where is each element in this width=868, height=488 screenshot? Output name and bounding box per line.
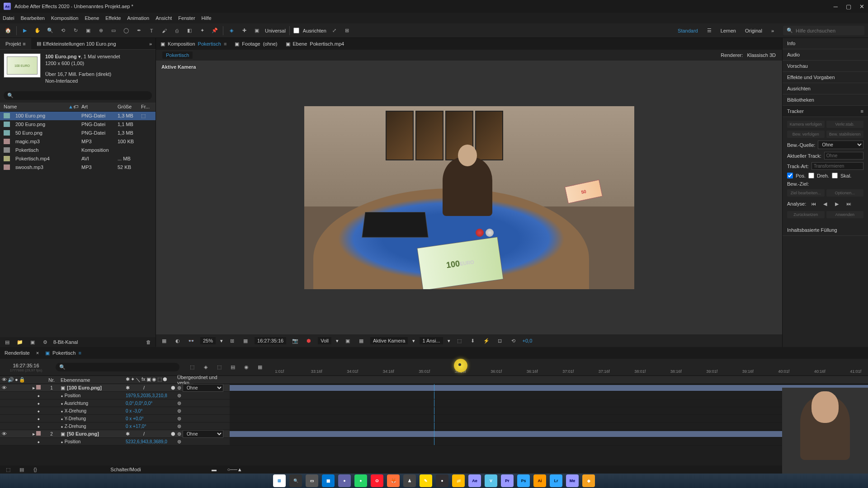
close-button[interactable]: ✕	[859, 3, 864, 10]
pen-tool[interactable]: ✒	[134, 26, 143, 35]
ellipse-tool[interactable]: ◯	[122, 26, 131, 35]
comp-tab[interactable]: ▣ Ebene Pokertisch.mp4	[286, 41, 344, 47]
toggle-modes-icon[interactable]: ▤	[17, 465, 26, 474]
draft-icon[interactable]: ⬇	[468, 336, 477, 345]
rotate-tool[interactable]: ↻	[71, 26, 80, 35]
apply-button[interactable]: Anwenden	[826, 211, 864, 218]
exposure-value[interactable]: +0,0	[523, 338, 533, 343]
hide-shy-icon[interactable]: ⬚	[215, 363, 224, 372]
taskbar-opera[interactable]: O	[371, 474, 383, 487]
graph-editor-icon[interactable]: ▦	[255, 363, 264, 372]
viewport[interactable]: Aktive Kamera 100EURO 50	[156, 61, 782, 334]
fast-preview-icon[interactable]: ⚡	[482, 336, 491, 345]
analyze-back-icon[interactable]: ◀	[821, 199, 830, 208]
audio-switch-icon[interactable]: 🔊	[8, 377, 14, 383]
edit-target-button[interactable]: Ziel bearbeiten...	[787, 189, 825, 197]
interpret-footage-icon[interactable]: ▤	[3, 338, 12, 347]
taskbar-misc[interactable]: ◆	[582, 474, 595, 487]
menu-hilfe[interactable]: Hilfe	[202, 15, 212, 21]
motion-blur-icon[interactable]: ◉	[242, 363, 251, 372]
stabilize-motion-button[interactable]: Bew. stabilisieren	[826, 131, 864, 138]
toggle-switches-icon[interactable]: ⬚	[4, 465, 13, 474]
expand-icon[interactable]: {}	[31, 465, 40, 474]
panel-section[interactable]: Audio	[783, 49, 868, 61]
roi-icon[interactable]: ▣	[343, 336, 352, 345]
taskbar-notes[interactable]: ✎	[420, 474, 432, 487]
tracker-header[interactable]: Tracker≡	[783, 106, 868, 117]
bpc-icon[interactable]: ⚙	[41, 338, 50, 347]
help-search-input[interactable]	[796, 28, 861, 33]
asset-search[interactable]: 🔍	[4, 91, 152, 100]
comp-mini-flowchart-icon[interactable]: ⬚	[188, 363, 197, 372]
panel-section[interactable]: Ausrichten	[783, 83, 868, 94]
menu-fenster[interactable]: Fenster	[178, 15, 195, 21]
analyze-fwd-icon[interactable]: ▶	[832, 199, 841, 208]
menu-bearbeiten[interactable]: Bearbeiten	[21, 15, 45, 21]
layer-header[interactable]: 👁▸2▣ [50 Euro.png]✱/⬢⊚ Ohne	[0, 430, 868, 438]
property-row[interactable]: ⬥⬥ Position1979,5,2035,3,210,8⊚	[0, 392, 868, 399]
help-search[interactable]: 🔍	[783, 26, 864, 35]
taskbar-me[interactable]: Me	[566, 474, 579, 487]
label-column-icon[interactable]: 🏷	[73, 104, 81, 109]
roto-tool[interactable]: ✦	[198, 26, 207, 35]
resolution-selector[interactable]: Voll	[318, 337, 331, 344]
menu-ansicht[interactable]: Ansicht	[156, 15, 172, 21]
time-ruler[interactable]: 1:01f33:16f34:01f34:16f35:01f35:16f36:01…	[269, 359, 868, 375]
world-axis-icon[interactable]: ✚	[240, 26, 249, 35]
brush-tool[interactable]: 🖌	[160, 26, 169, 35]
comp-tab[interactable]: ▣ Footage (ohne)	[235, 41, 277, 47]
3d-icon[interactable]: ⬚	[455, 336, 464, 345]
guides-icon[interactable]: ▦	[241, 336, 250, 345]
taskbar-obs[interactable]: ●	[436, 474, 448, 487]
menu-ebene[interactable]: Ebene	[85, 15, 99, 21]
track-motion-button[interactable]: Bew. verfolgen	[787, 131, 825, 138]
effect-settings-tab[interactable]: ▤ Effekteinstellungen 100 Euro.png	[31, 38, 122, 49]
taskbar-firefox[interactable]: 🦊	[387, 474, 400, 487]
views-selector[interactable]: 1 Ansi...	[420, 337, 443, 344]
video-switch-icon[interactable]: 👁	[2, 377, 7, 383]
text-tool[interactable]: T	[147, 26, 156, 35]
playhead[interactable]	[454, 359, 467, 372]
comp-tab[interactable]: ▣ Komposition Pokertisch ≡	[160, 41, 226, 47]
lernen-tab[interactable]: Lernen	[721, 28, 736, 33]
local-axis-icon[interactable]: ◈	[227, 26, 236, 35]
hand-tool[interactable]: ✋	[33, 26, 42, 35]
asset-row[interactable]: swoosh.mp3MP352 KB	[0, 163, 156, 172]
minimize-button[interactable]: ─	[834, 3, 838, 10]
workspace-selector[interactable]: Standard	[678, 28, 698, 33]
renderer-display[interactable]: Renderer: Klassisch 3D	[721, 52, 776, 58]
reset-button[interactable]: Zurücksetzen	[787, 211, 825, 218]
pan-behind-tool[interactable]: ⊕	[96, 26, 105, 35]
channel-icon[interactable]: ⬢	[304, 336, 313, 345]
rect-tool[interactable]: ▭	[109, 26, 118, 35]
camera-selector[interactable]: Aktive Kamera	[370, 337, 408, 344]
taskbar-whatsapp[interactable]: ●	[354, 474, 367, 487]
layer-header[interactable]: 👁▸1▣ [100 Euro.png]✱/⬢⊚ Ohne	[0, 384, 868, 392]
panel-menu-icon[interactable]: ≡	[861, 108, 863, 114]
flowchart-icon[interactable]: ⟲	[509, 336, 518, 345]
analyze-back-one-icon[interactable]: ⏮	[809, 199, 818, 208]
tab-close-icon[interactable]: ×	[36, 350, 39, 356]
scale-checkbox[interactable]	[832, 173, 838, 178]
home-icon[interactable]: 🏠	[4, 26, 13, 35]
frame-blend-icon[interactable]: ▤	[228, 363, 237, 372]
timeline-icon[interactable]: ⊡	[495, 336, 505, 345]
new-comp-icon[interactable]: ▣	[28, 338, 37, 347]
content-aware-fill-header[interactable]: Inhaltsbasierte Füllung	[783, 225, 868, 236]
panel-overflow-icon[interactable]: »	[146, 41, 156, 47]
trash-icon[interactable]: 🗑	[144, 338, 153, 347]
panel-section[interactable]: Bibliotheken	[783, 94, 868, 106]
analyze-fwd-one-icon[interactable]: ⏭	[844, 199, 853, 208]
property-row[interactable]: ⬥⬥ Position5232,6,943,8,3689,0⊚	[0, 438, 868, 446]
render-queue-tab[interactable]: Renderliste	[5, 350, 30, 356]
view-axis-icon[interactable]: ▣	[252, 26, 261, 35]
zoom-tool[interactable]: 🔍	[46, 26, 55, 35]
orbit-tool[interactable]: ⟲	[58, 26, 67, 35]
warp-stab-button[interactable]: Verkr.stab.	[826, 121, 864, 128]
asset-row[interactable]: 100 Euro.pngPNG-Datei1,3 MB⬚	[0, 112, 156, 120]
taskbar-chess[interactable]: ♟	[403, 474, 416, 487]
breadcrumb[interactable]: Pokertisch	[162, 52, 193, 59]
zoom-dropdown-icon[interactable]: ▾	[220, 338, 223, 344]
asset-row[interactable]: 50 Euro.pngPNG-Datei1,3 MB	[0, 129, 156, 137]
taskbar-ai[interactable]: Ai	[533, 474, 546, 487]
